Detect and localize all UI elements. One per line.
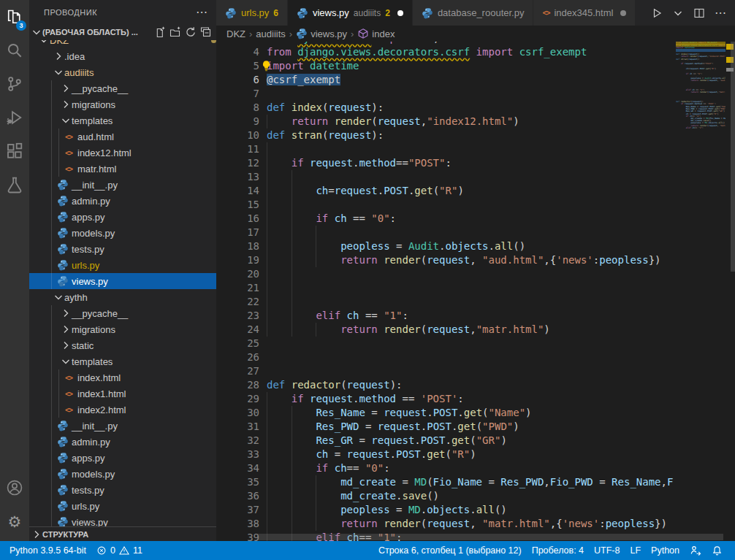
- new-folder-icon[interactable]: [170, 26, 181, 38]
- tree-item-migrations[interactable]: migrations: [29, 96, 216, 112]
- tree-item-__pycache__[interactable]: __pycache__: [29, 80, 216, 96]
- lightbulb-icon[interactable]: [260, 60, 273, 72]
- tab-database_roouter.py[interactable]: database_roouter.py: [413, 0, 534, 26]
- code-line-17[interactable]: 17: [216, 226, 676, 239]
- more-icon[interactable]: ⋯: [715, 6, 726, 20]
- activity-item-extensions[interactable]: [0, 134, 29, 168]
- new-file-icon[interactable]: [154, 26, 166, 38]
- tab-urls.py[interactable]: urls.py6: [216, 0, 288, 26]
- collapse-all-icon[interactable]: [200, 26, 212, 38]
- code-line-5[interactable]: 5import datetime: [216, 59, 676, 73]
- run-icon[interactable]: [651, 7, 663, 19]
- activity-item-run-debug[interactable]: [0, 101, 29, 134]
- chevron-down-icon[interactable]: [31, 26, 42, 38]
- code-line-20[interactable]: 20: [216, 267, 676, 281]
- code-line-12[interactable]: 12 if request.method=="POST":: [216, 156, 676, 170]
- tree-item-matr.html[interactable]: <>matr.html: [29, 161, 216, 177]
- code-line-32[interactable]: 32 Res_GR = request.POST.get("GR"): [216, 434, 676, 448]
- activity-item-account[interactable]: [0, 471, 29, 505]
- breadcrumb-item-index[interactable]: index: [357, 28, 395, 39]
- tree-item-templates[interactable]: templates: [29, 112, 216, 129]
- code-line-18[interactable]: 18 peopless = Audit.objects.all(): [216, 239, 676, 253]
- code-line-27[interactable]: 27: [216, 364, 676, 378]
- code-line-13[interactable]: 13: [216, 170, 676, 184]
- vertical-scrollbar[interactable]: [731, 42, 735, 272]
- activity-item-explorer[interactable]: 3: [0, 0, 29, 34]
- status-notifications[interactable]: [707, 541, 728, 560]
- tab-index345.html[interactable]: <>index345.html: [533, 0, 636, 26]
- tree-item-index.html[interactable]: <>index.html: [29, 369, 216, 386]
- activity-item-testing[interactable]: [0, 168, 29, 202]
- horizontal-scrollbar[interactable]: [257, 534, 723, 540]
- code-line-38[interactable]: 38 return render(request, "matr.html",{'…: [216, 517, 676, 531]
- code-line-36[interactable]: 36 md_create.save(): [216, 489, 676, 503]
- status-indentation[interactable]: Пробелов: 4: [527, 541, 589, 560]
- code-line-29[interactable]: 29 if request.method == 'POST':: [216, 392, 676, 406]
- breadcrumb-item-views.py[interactable]: views.py: [296, 28, 347, 39]
- status-encoding[interactable]: UTF-8: [589, 541, 625, 560]
- tree-item-apps.py[interactable]: apps.py: [29, 450, 216, 466]
- status-eol[interactable]: LF: [625, 541, 646, 560]
- code-line-15[interactable]: 15: [216, 198, 676, 212]
- tree-item-index12.html[interactable]: <>index12.html: [29, 145, 216, 161]
- status-problems[interactable]: 011: [91, 541, 148, 560]
- tree-item-tests.py[interactable]: tests.py: [29, 482, 216, 498]
- code-line-25[interactable]: 25: [216, 337, 676, 350]
- code-line-23[interactable]: 23 elif ch == "1":: [216, 309, 676, 323]
- more-icon[interactable]: ⋯: [196, 5, 207, 19]
- tree-item-tests.py[interactable]: tests.py: [29, 241, 216, 257]
- chevron-down-icon[interactable]: [672, 7, 684, 19]
- chevron-right-icon[interactable]: [31, 529, 42, 540]
- outline-section-header[interactable]: СТРУКТУРА: [29, 526, 216, 541]
- status-python-version[interactable]: Python 3.9.5 64-bit: [4, 541, 91, 560]
- activity-item-source-control[interactable]: [0, 67, 29, 101]
- code-line-30[interactable]: 30 Res_Name = request.POST.get("Name"): [216, 406, 676, 420]
- code-line-6[interactable]: 6@csrf_exempt: [216, 73, 676, 87]
- tree-item-audiiits[interactable]: audiiits: [29, 64, 216, 80]
- tree-item-__init__.py[interactable]: __init__.py: [29, 177, 216, 193]
- tree-item-admin.py[interactable]: admin.py: [29, 193, 216, 209]
- tab-views.py[interactable]: views.pyaudiiits2: [288, 0, 413, 26]
- tree-item-models.py[interactable]: models.py: [29, 466, 216, 482]
- code-line-37[interactable]: 37 peopless = MD.objects.all(): [216, 503, 676, 517]
- code-line-8[interactable]: 8def index(request):: [216, 101, 676, 115]
- code-line-28[interactable]: 28def redactor(request):: [216, 378, 676, 392]
- dirty-indicator[interactable]: [397, 10, 403, 16]
- tree-item-__pycache__[interactable]: __pycache__: [29, 305, 216, 321]
- code-line-35[interactable]: 35 md_create = MD(Fio_Name = Res_PWD,Fio…: [216, 475, 676, 489]
- status-feedback[interactable]: [685, 541, 707, 560]
- tree-item-index2.html[interactable]: <>index2.html: [29, 402, 216, 418]
- dirty-indicator[interactable]: [620, 10, 626, 16]
- activity-item-search[interactable]: [0, 34, 29, 67]
- tree-item-templates[interactable]: templates: [29, 353, 216, 369]
- code-line-19[interactable]: 19 return render(request, "aud.html",{'n…: [216, 253, 676, 267]
- split-editor-icon[interactable]: [693, 7, 705, 19]
- code-editor[interactable]: 3from aythh.models import MD,Audit4from …: [216, 42, 735, 541]
- tree-item-views.py[interactable]: views.py2: [29, 273, 216, 289]
- breadcrumb-item-audiiits[interactable]: audiiits: [256, 28, 285, 39]
- activity-item-settings[interactable]: ⚙: [0, 505, 29, 538]
- tree-item-static[interactable]: static: [29, 337, 216, 353]
- code-line-21[interactable]: 21: [216, 281, 676, 295]
- tree-item-urls.py[interactable]: urls.py: [29, 498, 216, 514]
- minimap[interactable]: from aythh.models import MD,Auditfrom dj…: [676, 42, 726, 534]
- tree-item-index1.html[interactable]: <>index1.html: [29, 386, 216, 402]
- code-lines[interactable]: 3from aythh.models import MD,Audit4from …: [216, 42, 676, 541]
- tree-item-views.py[interactable]: views.py: [29, 514, 216, 527]
- code-line-9[interactable]: 9 return render(request,"index12.html"): [216, 115, 676, 129]
- tree-item-apps.py[interactable]: apps.py: [29, 209, 216, 225]
- status-cursor-position[interactable]: Строка 6, столбец 1 (выбрано 12): [373, 541, 527, 560]
- workspace-section-header[interactable]: (РАБОЧАЯ ОБЛАСТЬ) ...: [29, 24, 216, 40]
- code-line-10[interactable]: 10def stran(request):: [216, 129, 676, 142]
- tree-item-__init__.py[interactable]: __init__.py: [29, 418, 216, 434]
- code-line-11[interactable]: 11: [216, 142, 676, 156]
- code-line-34[interactable]: 34 if ch== "0":: [216, 461, 676, 475]
- code-line-7[interactable]: 7: [216, 87, 676, 101]
- code-line-14[interactable]: 14 ch=request.POST.get("R"): [216, 184, 676, 198]
- refresh-icon[interactable]: [185, 26, 197, 38]
- tree-item-aythh[interactable]: aythh: [29, 289, 216, 305]
- tree-item-aud.html[interactable]: <>aud.html: [29, 129, 216, 145]
- code-line-4[interactable]: 4from django.views.decorators.csrf impor…: [216, 45, 676, 59]
- tree-item-urls.py[interactable]: urls.py6: [29, 257, 216, 273]
- status-language-mode[interactable]: Python: [646, 541, 685, 560]
